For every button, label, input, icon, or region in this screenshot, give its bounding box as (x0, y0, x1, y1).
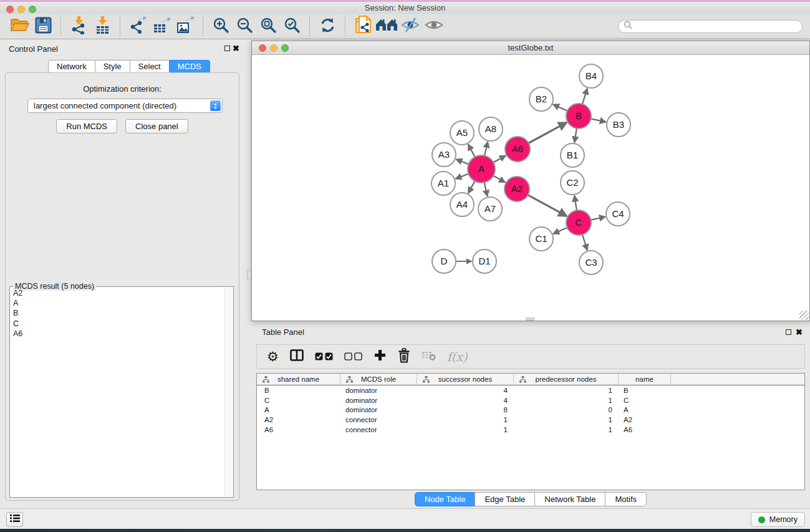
node-C2[interactable]: C2 (561, 171, 584, 195)
column-header-MCDS-role[interactable]: MCDS role (340, 374, 417, 385)
delete-table-icon[interactable] (422, 349, 436, 364)
node-B2[interactable]: B2 (529, 87, 553, 111)
node-C[interactable]: C (566, 210, 591, 235)
zoom-in-button[interactable] (209, 16, 233, 37)
edge-A-A8[interactable] (485, 142, 488, 155)
zoom-selected-button[interactable] (280, 16, 304, 37)
save-session-button[interactable] (31, 16, 55, 37)
network-vertical-scrollbar[interactable] (247, 270, 251, 279)
network-from-document-button[interactable] (351, 16, 375, 37)
select-all-checkbox-icon[interactable] (315, 352, 333, 360)
table-row[interactable]: Cdominator41C (257, 395, 804, 405)
tab-network-table[interactable]: Network Table (534, 492, 605, 506)
zoom-out-button[interactable] (233, 16, 256, 37)
result-item[interactable]: A6 (11, 329, 224, 339)
node-A[interactable]: A (468, 155, 495, 183)
node-A7[interactable]: A7 (478, 197, 502, 221)
window-resize-grip[interactable] (799, 311, 809, 320)
cell-shared-name[interactable]: B (257, 387, 340, 394)
edge-B-B4[interactable] (582, 89, 587, 104)
tab-edge-table[interactable]: Edge Table (475, 492, 535, 506)
export-table-button[interactable] (150, 16, 173, 37)
edge-A2-C[interactable] (528, 195, 567, 216)
edge-C-C1[interactable] (553, 228, 567, 234)
show-columns-icon[interactable] (290, 349, 304, 364)
refresh-view-button[interactable] (316, 16, 339, 37)
node-A5[interactable]: A5 (450, 121, 474, 145)
minimize-traffic-light[interactable] (17, 6, 25, 13)
node-B1[interactable]: B1 (561, 143, 584, 167)
edge-A-A2[interactable] (493, 176, 505, 182)
tab-select[interactable]: Select (130, 60, 170, 73)
cell-MCDS-role[interactable]: connector (340, 426, 417, 433)
edge-B-B1[interactable] (574, 128, 577, 143)
search-input[interactable] (635, 21, 797, 31)
mcds-result-list[interactable]: A2ABCA6 (11, 288, 224, 496)
toolbar-search[interactable] (618, 20, 803, 33)
import-table-button[interactable] (90, 16, 114, 37)
cell-name[interactable]: A (619, 406, 671, 414)
edge-A-A5[interactable] (468, 145, 475, 157)
cell-MCDS-role[interactable]: dominator (340, 397, 417, 404)
export-network-button[interactable] (126, 16, 150, 37)
cell-MCDS-role[interactable]: dominator (340, 387, 417, 394)
cell-shared-name[interactable]: A6 (257, 426, 340, 433)
table-float-icon[interactable] (786, 329, 791, 335)
table-close-icon[interactable]: ✖ (796, 329, 803, 336)
result-item[interactable]: C (11, 319, 224, 329)
birds-eye-view-button[interactable] (422, 16, 446, 37)
add-column-icon[interactable] (374, 349, 387, 364)
memory-button[interactable]: Memory (751, 512, 805, 527)
node-D1[interactable]: D1 (473, 249, 496, 273)
export-image-button[interactable] (173, 16, 197, 37)
cell-name[interactable]: B (619, 387, 671, 394)
node-C3[interactable]: C3 (579, 251, 603, 274)
node-D[interactable]: D (432, 249, 456, 273)
network-canvas[interactable]: AA1A2A3A4A5A6A7A8BB1B2B3B4CC1C2C3C4DD1 (252, 56, 809, 321)
node-table[interactable]: shared nameMCDS rolesuccessor nodesprede… (256, 373, 805, 490)
edge-C-C2[interactable] (574, 196, 577, 210)
table-row[interactable]: Bdominator41B (257, 385, 804, 395)
node-A1[interactable]: A1 (432, 172, 455, 195)
cell-predecessor-nodes[interactable]: 1 (514, 397, 619, 404)
cell-shared-name[interactable]: C (257, 397, 340, 404)
node-A4[interactable]: A4 (450, 193, 474, 216)
zoom-fit-button[interactable] (256, 16, 280, 37)
column-header-name[interactable]: name (619, 374, 671, 385)
tab-style[interactable]: Style (95, 60, 130, 73)
close-panel-button[interactable]: Close panel (125, 119, 188, 133)
edge-B-B2[interactable] (553, 105, 567, 111)
node-B4[interactable]: B4 (579, 64, 603, 88)
node-A3[interactable]: A3 (432, 143, 456, 167)
table-row[interactable]: Adominator80A (257, 405, 804, 415)
network-horizontal-scrollbar[interactable] (526, 317, 534, 321)
open-session-button[interactable] (7, 16, 31, 37)
cell-name[interactable]: A6 (619, 426, 671, 433)
criterion-dropdown[interactable]: largest connected component (directed) ▲… (27, 99, 223, 113)
table-settings-icon[interactable]: ⚙ (267, 350, 279, 363)
close-panel-icon[interactable]: ✖ (233, 45, 239, 52)
cell-name[interactable]: C (619, 397, 671, 404)
cell-MCDS-role[interactable]: dominator (340, 406, 417, 414)
run-mcds-button[interactable]: Run MCDS (56, 119, 117, 133)
hide-graphics-details-button[interactable] (398, 16, 422, 37)
node-B[interactable]: B (566, 104, 591, 128)
edge-C-C3[interactable] (582, 235, 587, 250)
table-row[interactable]: A2connector11A2 (257, 415, 804, 425)
result-item[interactable]: A (11, 298, 224, 308)
column-header-successor-nodes[interactable]: successor nodes (417, 374, 514, 385)
edge-A-A3[interactable] (456, 160, 469, 165)
node-C1[interactable]: C1 (529, 227, 553, 251)
cell-predecessor-nodes[interactable]: 1 (514, 387, 619, 394)
cell-MCDS-role[interactable]: connector (340, 416, 417, 423)
edge-C-C4[interactable] (591, 217, 605, 220)
deselect-all-checkbox-icon[interactable] (344, 352, 362, 360)
table-row[interactable]: A6connector11A6 (257, 425, 804, 435)
close-traffic-light[interactable] (6, 6, 14, 13)
node-A2[interactable]: A2 (504, 177, 529, 201)
cell-shared-name[interactable]: A2 (257, 416, 340, 423)
edge-A6-B[interactable] (529, 122, 567, 143)
float-panel-icon[interactable] (224, 46, 230, 51)
cell-name[interactable]: A2 (619, 416, 671, 423)
network-window-titlebar[interactable]: testGlobe.txt (252, 41, 809, 55)
